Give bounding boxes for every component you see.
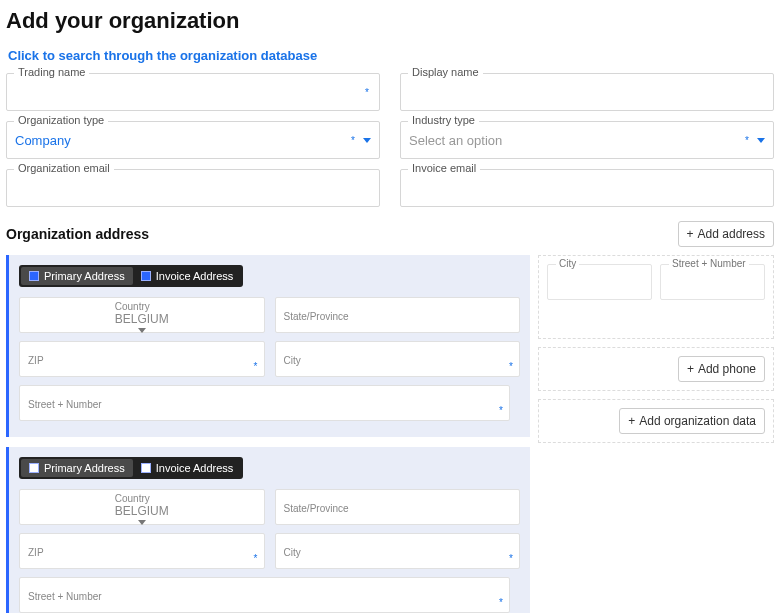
country-select[interactable]: Country BELGIUM xyxy=(19,297,265,333)
country-label: Country xyxy=(115,302,169,312)
tab-invoice-label: Invoice Address xyxy=(156,270,234,282)
add-address-label: Add address xyxy=(698,227,765,241)
organization-email-field[interactable]: Organization email xyxy=(6,169,380,207)
plus-icon: + xyxy=(687,362,694,376)
zip-label: ZIP xyxy=(28,356,256,366)
zip-field[interactable]: ZIP * xyxy=(19,533,265,569)
phone-block: + Add phone xyxy=(538,347,774,391)
chevron-down-icon xyxy=(363,138,371,143)
required-star-icon: * xyxy=(254,553,258,564)
organization-type-select[interactable]: Organization type Company * xyxy=(6,121,380,159)
tab-primary-address[interactable]: Primary Address xyxy=(21,267,133,285)
trading-name-field[interactable]: Trading name * xyxy=(6,73,380,111)
chevron-down-icon xyxy=(757,138,765,143)
tab-primary-label: Primary Address xyxy=(44,462,125,474)
trading-name-label: Trading name xyxy=(14,66,89,78)
country-label: Country xyxy=(115,494,169,504)
ghost-street-field[interactable]: Street + Number xyxy=(660,264,765,300)
tab-invoice-address[interactable]: Invoice Address xyxy=(133,267,242,285)
organization-address-heading: Organization address xyxy=(6,226,149,242)
industry-type-placeholder: Select an option xyxy=(409,133,502,148)
street-label: Street + Number xyxy=(28,592,501,602)
checkbox-icon xyxy=(141,271,151,281)
city-field[interactable]: City * xyxy=(275,341,521,377)
country-value: BELGIUM xyxy=(115,504,169,520)
checkbox-icon xyxy=(29,271,39,281)
checkbox-icon xyxy=(141,463,151,473)
industry-type-select[interactable]: Industry type Select an option * xyxy=(400,121,774,159)
ghost-address-block: City Street + Number xyxy=(538,255,774,339)
chevron-down-icon xyxy=(138,520,146,525)
required-star-icon: * xyxy=(499,597,503,608)
chevron-down-icon xyxy=(138,328,146,333)
invoice-email-field[interactable]: Invoice email xyxy=(400,169,774,207)
search-org-link[interactable]: Click to search through the organization… xyxy=(8,48,317,63)
ghost-street-label: Street + Number xyxy=(669,258,749,269)
city-label: City xyxy=(284,356,512,366)
required-star-icon: * xyxy=(745,135,751,146)
add-phone-button[interactable]: + Add phone xyxy=(678,356,765,382)
page-title: Add your organization xyxy=(6,8,774,34)
country-select[interactable]: Country BELGIUM xyxy=(19,489,265,525)
display-name-field[interactable]: Display name xyxy=(400,73,774,111)
zip-label: ZIP xyxy=(28,548,256,558)
organization-type-value: Company xyxy=(15,133,71,148)
state-field[interactable]: State/Province xyxy=(275,297,521,333)
state-label: State/Province xyxy=(284,504,512,514)
add-org-data-button[interactable]: + Add organization data xyxy=(619,408,765,434)
state-label: State/Province xyxy=(284,312,512,322)
address-tabs: Primary Address Invoice Address xyxy=(19,457,243,479)
required-star-icon: * xyxy=(499,405,503,416)
organization-type-label: Organization type xyxy=(14,114,108,126)
address-tabs: Primary Address Invoice Address xyxy=(19,265,243,287)
address-card: Primary Address Invoice Address Country … xyxy=(6,255,530,437)
add-address-button[interactable]: + Add address xyxy=(678,221,774,247)
country-value: BELGIUM xyxy=(115,312,169,328)
city-label: City xyxy=(284,548,512,558)
organization-email-label: Organization email xyxy=(14,162,114,174)
required-star-icon: * xyxy=(351,135,357,146)
industry-type-label: Industry type xyxy=(408,114,479,126)
tab-invoice-label: Invoice Address xyxy=(156,462,234,474)
zip-field[interactable]: ZIP * xyxy=(19,341,265,377)
required-star-icon: * xyxy=(509,361,513,372)
address-card: Primary Address Invoice Address Country … xyxy=(6,447,530,613)
state-field[interactable]: State/Province xyxy=(275,489,521,525)
city-field[interactable]: City * xyxy=(275,533,521,569)
required-star-icon: * xyxy=(254,361,258,372)
tab-invoice-address[interactable]: Invoice Address xyxy=(133,459,242,477)
street-field[interactable]: Street + Number * xyxy=(19,385,510,421)
org-data-block: + Add organization data xyxy=(538,399,774,443)
ghost-city-field[interactable]: City xyxy=(547,264,652,300)
add-org-data-label: Add organization data xyxy=(639,414,756,428)
checkbox-icon xyxy=(29,463,39,473)
street-field[interactable]: Street + Number * xyxy=(19,577,510,613)
tab-primary-address[interactable]: Primary Address xyxy=(21,459,133,477)
invoice-email-label: Invoice email xyxy=(408,162,480,174)
required-star-icon: * xyxy=(365,87,371,98)
display-name-label: Display name xyxy=(408,66,483,78)
street-label: Street + Number xyxy=(28,400,501,410)
tab-primary-label: Primary Address xyxy=(44,270,125,282)
required-star-icon: * xyxy=(509,553,513,564)
add-phone-label: Add phone xyxy=(698,362,756,376)
plus-icon: + xyxy=(628,414,635,428)
plus-icon: + xyxy=(687,227,694,241)
ghost-city-label: City xyxy=(556,258,579,269)
